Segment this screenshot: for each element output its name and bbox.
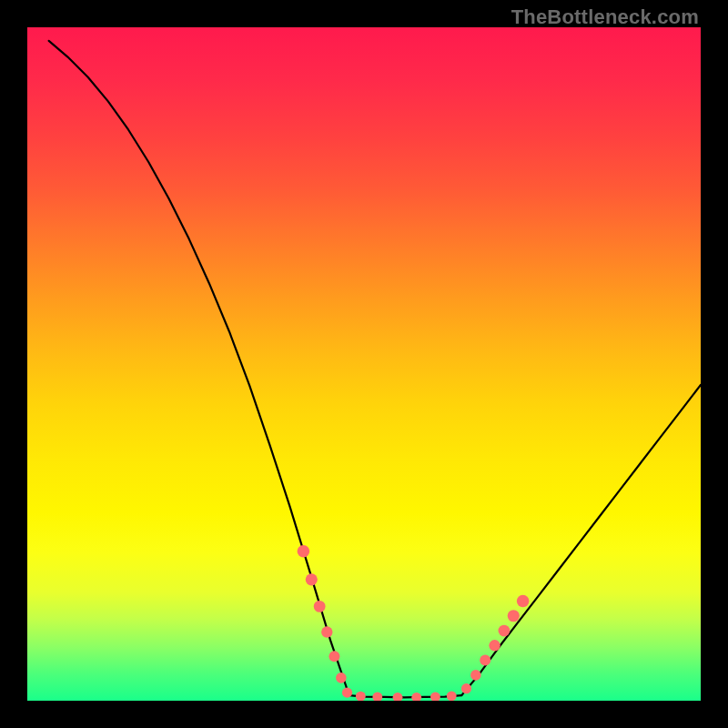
chart-stage: TheBottleneck.com: [0, 0, 728, 728]
highlight-dot: [356, 692, 366, 701]
highlight-dot: [470, 670, 481, 681]
dots-right-arm: [461, 595, 530, 694]
highlight-dot: [372, 693, 382, 701]
highlight-dot: [499, 625, 511, 637]
highlight-dot: [508, 610, 520, 622]
highlight-dot: [461, 683, 471, 693]
highlight-dot: [517, 595, 530, 608]
highlight-dot: [329, 651, 339, 662]
highlight-dot: [342, 688, 352, 698]
highlight-dot: [489, 640, 500, 651]
highlight-dot: [306, 573, 318, 585]
highlight-dot: [411, 693, 421, 701]
highlight-dot: [336, 672, 347, 683]
highlight-dot: [298, 545, 310, 558]
bottleneck-curve: [27, 27, 701, 701]
highlight-dot: [447, 691, 457, 701]
watermark-text: TheBottleneck.com: [511, 5, 699, 29]
highlight-dot: [393, 693, 403, 701]
highlight-dot: [430, 693, 440, 701]
curve-left-arm: [49, 41, 349, 695]
curve-floor: [349, 695, 462, 697]
highlight-dot: [321, 626, 332, 637]
highlight-dot: [480, 655, 490, 666]
highlight-dot: [314, 601, 326, 612]
plot-area: [27, 27, 701, 701]
